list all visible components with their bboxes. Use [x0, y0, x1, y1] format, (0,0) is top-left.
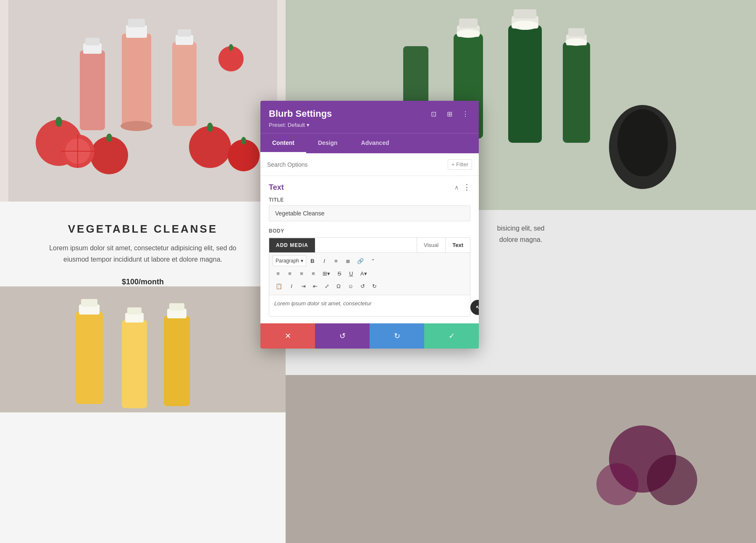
modal-title: Blurb Settings — [269, 108, 332, 119]
align-center-button[interactable]: ≡ — [284, 268, 295, 279]
tab-advanced[interactable]: Advanced — [349, 134, 401, 153]
svg-rect-32 — [164, 316, 190, 406]
strikethrough-button[interactable]: S — [334, 268, 345, 279]
section-more-icon[interactable]: ⋮ — [463, 183, 470, 192]
toolbar-row-1: Paragraph ▾ B I ≡ ≣ 🔗 " — [273, 255, 467, 266]
bold-button[interactable]: B — [307, 255, 318, 266]
tomato-svg-image — [8, 0, 277, 202]
outdent-button[interactable]: ⇤ — [310, 281, 320, 291]
tab-content[interactable]: Content — [260, 134, 306, 153]
svg-rect-44 — [568, 28, 585, 37]
justify-button[interactable]: ≡ — [308, 268, 319, 279]
blurb-settings-modal: Blurb Settings ⊡ ⊞ ⋮ Preset: Default ▾ C… — [260, 101, 479, 349]
search-bar: + Filter — [260, 153, 479, 176]
svg-rect-28 — [81, 299, 97, 307]
modal-body: + Filter Text ∧ ⋮ Title Body — [260, 153, 479, 323]
svg-point-24 — [229, 44, 233, 51]
svg-point-14 — [106, 134, 112, 142]
cancel-button[interactable]: ✕ — [260, 323, 315, 349]
add-media-button[interactable]: ADD MEDIA — [269, 238, 315, 252]
body-label: Body — [269, 228, 470, 234]
svg-point-49 — [512, 21, 538, 30]
svg-rect-29 — [122, 320, 147, 408]
svg-point-54 — [596, 463, 638, 505]
italic-button[interactable]: I — [319, 255, 330, 266]
tab-visual[interactable]: Visual — [417, 238, 445, 252]
section-controls: ∧ ⋮ — [454, 183, 470, 192]
align-right-button[interactable]: ≡ — [296, 268, 307, 279]
modal-tabs: Content Design Advanced — [260, 133, 479, 153]
svg-rect-7 — [85, 38, 100, 45]
undo-editor-button[interactable]: ↺ — [357, 281, 368, 291]
svg-point-50 — [565, 38, 587, 46]
tab-text[interactable]: Text — [445, 238, 470, 252]
svg-rect-1 — [122, 34, 151, 126]
collapse-icon[interactable]: ∧ — [454, 184, 459, 191]
svg-rect-38 — [459, 18, 478, 28]
redo-button[interactable]: ↻ — [370, 323, 424, 349]
svg-rect-8 — [172, 42, 197, 126]
unordered-list-button[interactable]: ≡ — [331, 255, 341, 266]
filter-label: + Filter — [452, 161, 468, 168]
right-bottom-image — [286, 375, 756, 543]
font-color-button[interactable]: A▾ — [357, 268, 370, 279]
table-button[interactable]: ⊞▾ — [320, 268, 333, 279]
modal-footer: ✕ ↺ ↻ ✓ — [260, 323, 479, 349]
link-button[interactable]: 🔗 — [354, 255, 367, 266]
redo-editor-button[interactable]: ↻ — [369, 281, 380, 291]
svg-point-20 — [207, 123, 213, 132]
preset-label[interactable]: Preset: Default ▾ — [269, 122, 470, 128]
align-left-button[interactable]: ≡ — [273, 268, 284, 279]
svg-rect-34 — [169, 303, 184, 310]
fullscreen-button[interactable]: ⤢ — [321, 281, 332, 291]
product-price: $100/month — [122, 278, 164, 286]
svg-rect-41 — [514, 9, 536, 18]
italic-alt-button[interactable]: I — [286, 281, 297, 291]
toolbar-row-2: ≡ ≡ ≡ ≡ ⊞▾ S U A▾ — [273, 268, 467, 279]
text-section-header: Text ∧ ⋮ — [260, 176, 479, 197]
svg-rect-5 — [80, 50, 105, 130]
svg-point-19 — [189, 126, 231, 168]
indent-button[interactable]: ⇥ — [298, 281, 309, 291]
more-icon[interactable]: ⋮ — [460, 109, 470, 119]
emoji-button[interactable]: ☺ — [345, 281, 356, 291]
editor-view-tabs: Visual Text — [315, 238, 470, 252]
title-label: Title — [269, 197, 470, 203]
svg-rect-26 — [76, 312, 103, 404]
toolbar-row-3: 📋 I ⇥ ⇤ ⤢ Ω ☺ ↺ ↻ — [273, 281, 467, 291]
svg-point-53 — [647, 455, 697, 505]
svg-point-12 — [55, 117, 62, 127]
filter-button[interactable]: + Filter — [448, 159, 472, 170]
tab-design[interactable]: Design — [306, 134, 349, 153]
title-input[interactable] — [269, 205, 470, 221]
page-layout: VEGETABLE CLEANSE Lorem ipsum dolor sit … — [0, 0, 756, 543]
right-desc-2: dolore magna. — [499, 236, 542, 243]
search-input[interactable] — [267, 161, 444, 168]
editor-toolbar: Paragraph ▾ B I ≡ ≣ 🔗 " ≡ ≡ — [269, 253, 470, 295]
svg-rect-3 — [128, 19, 145, 27]
svg-point-48 — [457, 29, 480, 38]
expand-icon[interactable]: ⊡ — [428, 109, 438, 119]
svg-rect-10 — [178, 29, 191, 37]
scroll-icon: ↖ — [475, 304, 479, 312]
underline-button[interactable]: U — [346, 268, 357, 279]
blockquote-button[interactable]: " — [368, 255, 378, 266]
special-char-button[interactable]: Ω — [333, 281, 344, 291]
svg-rect-42 — [563, 42, 590, 143]
product-description: Lorem ipsum dolor sit amet, consectetur … — [21, 242, 265, 265]
grid-icon[interactable]: ⊞ — [444, 109, 454, 119]
ordered-list-button[interactable]: ≣ — [342, 255, 353, 266]
editor-container: ADD MEDIA Visual Text Paragraph ▾ — [269, 237, 470, 317]
paragraph-select[interactable]: Paragraph ▾ — [273, 255, 306, 266]
left-panel: VEGETABLE CLEANSE Lorem ipsum dolor sit … — [0, 0, 286, 543]
yellow-bottles-svg — [0, 286, 286, 412]
svg-point-47 — [617, 109, 668, 176]
paragraph-label: Paragraph — [276, 258, 299, 264]
modal-icon-group: ⊡ ⊞ ⋮ — [428, 109, 470, 119]
paste-text-button[interactable]: 📋 — [273, 281, 285, 291]
editor-content[interactable]: Lorem ipsum dolor sit amet, consectetur — [269, 295, 470, 316]
product-title: VEGETABLE CLEANSE — [68, 223, 218, 236]
confirm-button[interactable]: ✓ — [424, 323, 479, 349]
svg-point-13 — [90, 136, 128, 174]
undo-button[interactable]: ↺ — [315, 323, 370, 349]
